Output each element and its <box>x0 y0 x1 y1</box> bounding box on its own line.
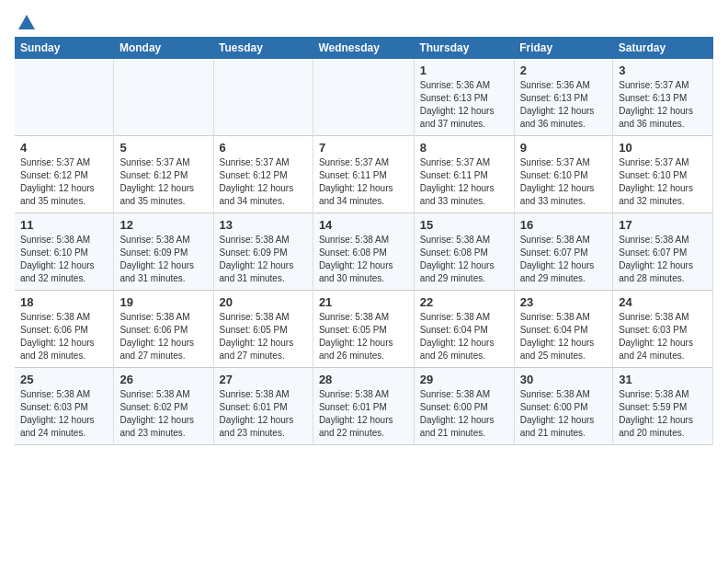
day-number: 30 <box>520 373 608 386</box>
calendar-cell: 6Sunrise: 5:37 AM Sunset: 6:12 PM Daylig… <box>213 136 313 213</box>
header-day-monday: Monday <box>114 37 213 59</box>
svg-marker-0 <box>18 15 35 29</box>
day-info: Sunrise: 5:37 AM Sunset: 6:10 PM Dayligh… <box>520 156 608 208</box>
day-info: Sunrise: 5:38 AM Sunset: 6:10 PM Dayligh… <box>20 234 108 285</box>
calendar-cell: 30Sunrise: 5:38 AM Sunset: 6:00 PM Dayli… <box>514 368 613 445</box>
day-number: 6 <box>220 141 307 155</box>
calendar-cell: 31Sunrise: 5:38 AM Sunset: 5:59 PM Dayli… <box>613 368 713 445</box>
day-info: Sunrise: 5:36 AM Sunset: 6:13 PM Dayligh… <box>420 79 508 131</box>
day-number: 17 <box>619 218 707 232</box>
calendar-cell: 13Sunrise: 5:38 AM Sunset: 6:09 PM Dayli… <box>213 213 313 291</box>
calendar-cell <box>213 59 313 136</box>
day-info: Sunrise: 5:37 AM Sunset: 6:12 PM Dayligh… <box>119 156 207 208</box>
day-info: Sunrise: 5:38 AM Sunset: 6:02 PM Dayligh… <box>119 388 207 440</box>
day-info: Sunrise: 5:38 AM Sunset: 6:08 PM Dayligh… <box>319 234 408 285</box>
day-number: 3 <box>619 63 707 77</box>
day-number: 16 <box>520 218 608 232</box>
calendar-cell: 27Sunrise: 5:38 AM Sunset: 6:01 PM Dayli… <box>213 368 313 445</box>
day-info: Sunrise: 5:38 AM Sunset: 6:00 PM Dayligh… <box>520 388 608 440</box>
header-day-friday: Friday <box>514 37 613 59</box>
day-number: 8 <box>420 141 508 155</box>
day-number: 13 <box>220 218 307 232</box>
day-info: Sunrise: 5:37 AM Sunset: 6:12 PM Dayligh… <box>220 156 307 208</box>
day-number: 31 <box>619 373 707 386</box>
day-number: 9 <box>520 141 608 155</box>
calendar-cell: 26Sunrise: 5:38 AM Sunset: 6:02 PM Dayli… <box>114 368 213 445</box>
calendar-cell: 12Sunrise: 5:38 AM Sunset: 6:09 PM Dayli… <box>114 213 213 291</box>
day-info: Sunrise: 5:38 AM Sunset: 5:59 PM Dayligh… <box>619 388 707 440</box>
header-day-wednesday: Wednesday <box>313 37 414 59</box>
calendar-week-row: 25Sunrise: 5:38 AM Sunset: 6:03 PM Dayli… <box>15 368 713 445</box>
calendar-cell: 22Sunrise: 5:38 AM Sunset: 6:04 PM Dayli… <box>414 291 514 368</box>
header-day-thursday: Thursday <box>414 37 514 59</box>
calendar-cell: 25Sunrise: 5:38 AM Sunset: 6:03 PM Dayli… <box>15 368 114 445</box>
day-info: Sunrise: 5:38 AM Sunset: 6:09 PM Dayligh… <box>220 234 307 285</box>
calendar-cell <box>313 59 414 136</box>
calendar-cell: 9Sunrise: 5:37 AM Sunset: 6:10 PM Daylig… <box>514 136 613 213</box>
calendar-cell: 14Sunrise: 5:38 AM Sunset: 6:08 PM Dayli… <box>313 213 414 291</box>
day-number: 28 <box>319 373 408 386</box>
calendar-week-row: 1Sunrise: 5:36 AM Sunset: 6:13 PM Daylig… <box>15 59 713 136</box>
day-number: 24 <box>619 295 707 309</box>
logo <box>15 15 37 29</box>
day-number: 25 <box>20 373 108 386</box>
day-number: 7 <box>319 141 408 155</box>
day-number: 19 <box>119 295 207 309</box>
calendar-cell: 28Sunrise: 5:38 AM Sunset: 6:01 PM Dayli… <box>313 368 414 445</box>
header-day-tuesday: Tuesday <box>213 37 313 59</box>
calendar-cell <box>15 59 114 136</box>
day-info: Sunrise: 5:38 AM Sunset: 6:04 PM Dayligh… <box>520 311 608 362</box>
calendar-cell: 15Sunrise: 5:38 AM Sunset: 6:08 PM Dayli… <box>414 213 514 291</box>
day-number: 18 <box>20 295 108 309</box>
day-number: 11 <box>20 218 108 232</box>
day-number: 27 <box>220 373 307 386</box>
day-info: Sunrise: 5:38 AM Sunset: 6:03 PM Dayligh… <box>619 311 707 362</box>
logo-icon <box>17 13 37 33</box>
day-number: 29 <box>420 373 508 386</box>
day-info: Sunrise: 5:38 AM Sunset: 6:01 PM Dayligh… <box>220 388 307 440</box>
calendar-cell: 29Sunrise: 5:38 AM Sunset: 6:00 PM Dayli… <box>414 368 514 445</box>
day-info: Sunrise: 5:37 AM Sunset: 6:11 PM Dayligh… <box>420 156 508 208</box>
header-day-sunday: Sunday <box>15 37 114 59</box>
calendar-cell: 5Sunrise: 5:37 AM Sunset: 6:12 PM Daylig… <box>114 136 213 213</box>
calendar-cell: 19Sunrise: 5:38 AM Sunset: 6:06 PM Dayli… <box>114 291 213 368</box>
day-info: Sunrise: 5:37 AM Sunset: 6:12 PM Dayligh… <box>20 156 108 208</box>
day-info: Sunrise: 5:38 AM Sunset: 6:07 PM Dayligh… <box>520 234 608 285</box>
calendar-week-row: 18Sunrise: 5:38 AM Sunset: 6:06 PM Dayli… <box>15 291 713 368</box>
calendar-cell: 2Sunrise: 5:36 AM Sunset: 6:13 PM Daylig… <box>514 59 613 136</box>
day-info: Sunrise: 5:38 AM Sunset: 6:05 PM Dayligh… <box>220 311 307 362</box>
calendar-cell: 10Sunrise: 5:37 AM Sunset: 6:10 PM Dayli… <box>613 136 713 213</box>
calendar-cell: 24Sunrise: 5:38 AM Sunset: 6:03 PM Dayli… <box>613 291 713 368</box>
calendar-week-row: 11Sunrise: 5:38 AM Sunset: 6:10 PM Dayli… <box>15 213 713 291</box>
day-number: 10 <box>619 141 707 155</box>
day-number: 4 <box>20 141 108 155</box>
day-info: Sunrise: 5:38 AM Sunset: 6:06 PM Dayligh… <box>119 311 207 362</box>
header-row: SundayMondayTuesdayWednesdayThursdayFrid… <box>15 37 713 59</box>
day-number: 12 <box>119 218 207 232</box>
calendar-cell: 18Sunrise: 5:38 AM Sunset: 6:06 PM Dayli… <box>15 291 114 368</box>
day-number: 5 <box>119 141 207 155</box>
calendar-cell: 21Sunrise: 5:38 AM Sunset: 6:05 PM Dayli… <box>313 291 414 368</box>
day-info: Sunrise: 5:38 AM Sunset: 6:05 PM Dayligh… <box>319 311 408 362</box>
calendar-cell: 23Sunrise: 5:38 AM Sunset: 6:04 PM Dayli… <box>514 291 613 368</box>
day-info: Sunrise: 5:37 AM Sunset: 6:10 PM Dayligh… <box>619 156 707 208</box>
day-number: 23 <box>520 295 608 309</box>
calendar-cell: 1Sunrise: 5:36 AM Sunset: 6:13 PM Daylig… <box>414 59 514 136</box>
day-info: Sunrise: 5:37 AM Sunset: 6:13 PM Dayligh… <box>619 79 707 131</box>
day-info: Sunrise: 5:36 AM Sunset: 6:13 PM Dayligh… <box>520 79 608 131</box>
day-info: Sunrise: 5:38 AM Sunset: 6:03 PM Dayligh… <box>20 388 108 440</box>
day-info: Sunrise: 5:38 AM Sunset: 6:00 PM Dayligh… <box>420 388 508 440</box>
calendar-cell: 8Sunrise: 5:37 AM Sunset: 6:11 PM Daylig… <box>414 136 514 213</box>
calendar-table: SundayMondayTuesdayWednesdayThursdayFrid… <box>15 37 713 445</box>
day-number: 2 <box>520 63 608 77</box>
calendar-cell: 3Sunrise: 5:37 AM Sunset: 6:13 PM Daylig… <box>613 59 713 136</box>
day-info: Sunrise: 5:38 AM Sunset: 6:04 PM Dayligh… <box>420 311 508 362</box>
calendar-cell: 16Sunrise: 5:38 AM Sunset: 6:07 PM Dayli… <box>514 213 613 291</box>
day-info: Sunrise: 5:37 AM Sunset: 6:11 PM Dayligh… <box>319 156 408 208</box>
day-number: 20 <box>220 295 307 309</box>
day-info: Sunrise: 5:38 AM Sunset: 6:06 PM Dayligh… <box>20 311 108 362</box>
calendar-cell: 20Sunrise: 5:38 AM Sunset: 6:05 PM Dayli… <box>213 291 313 368</box>
day-info: Sunrise: 5:38 AM Sunset: 6:09 PM Dayligh… <box>119 234 207 285</box>
day-number: 26 <box>119 373 207 386</box>
day-info: Sunrise: 5:38 AM Sunset: 6:07 PM Dayligh… <box>619 234 707 285</box>
